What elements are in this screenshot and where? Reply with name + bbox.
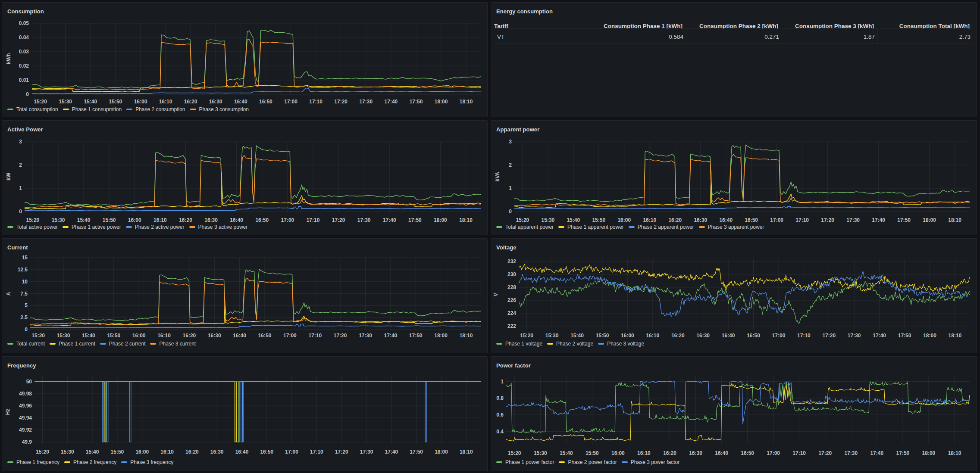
- svg-text:49.98: 49.98: [19, 391, 32, 397]
- svg-text:16:30: 16:30: [204, 217, 218, 223]
- svg-text:17:20: 17:20: [334, 333, 347, 339]
- svg-text:17:40: 17:40: [385, 99, 398, 105]
- svg-text:15:40: 15:40: [82, 333, 95, 339]
- svg-text:16:50: 16:50: [258, 333, 272, 339]
- svg-text:16:00: 16:00: [128, 217, 141, 223]
- svg-text:16:20: 16:20: [179, 217, 192, 223]
- svg-text:15:50: 15:50: [585, 450, 599, 456]
- svg-text:17:40: 17:40: [873, 333, 886, 339]
- svg-text:16:20: 16:20: [183, 333, 196, 339]
- svg-text:17:30: 17:30: [360, 449, 373, 455]
- svg-text:16:10: 16:10: [646, 333, 659, 339]
- svg-text:5: 5: [25, 302, 28, 308]
- svg-text:0.4: 0.4: [496, 429, 504, 435]
- svg-text:228: 228: [507, 284, 516, 290]
- svg-text:16:10: 16:10: [153, 217, 167, 223]
- svg-text:16:10: 16:10: [157, 333, 171, 339]
- svg-text:16:20: 16:20: [185, 449, 199, 455]
- svg-text:17:50: 17:50: [898, 333, 911, 339]
- svg-text:15:40: 15:40: [84, 99, 97, 105]
- svg-text:kVA: kVA: [495, 171, 501, 181]
- svg-text:2: 2: [509, 162, 512, 168]
- svg-text:3: 3: [19, 139, 22, 145]
- svg-text:18:00: 18:00: [922, 450, 936, 456]
- svg-text:16:50: 16:50: [745, 217, 758, 223]
- svg-text:16:50: 16:50: [255, 217, 269, 223]
- svg-text:2: 2: [19, 162, 22, 168]
- svg-text:16:30: 16:30: [209, 99, 222, 105]
- svg-text:3: 3: [509, 139, 512, 145]
- svg-text:226: 226: [507, 297, 516, 303]
- svg-text:16:20: 16:20: [671, 333, 685, 339]
- svg-text:18:00: 18:00: [923, 217, 936, 223]
- svg-text:0: 0: [26, 91, 29, 97]
- svg-text:16:00: 16:00: [135, 449, 149, 455]
- svg-text:16:30: 16:30: [208, 333, 221, 339]
- svg-text:17:50: 17:50: [410, 99, 423, 105]
- svg-text:17:00: 17:00: [281, 217, 294, 223]
- svg-text:17:20: 17:20: [821, 217, 834, 223]
- svg-text:1: 1: [19, 185, 22, 191]
- svg-text:15:40: 15:40: [567, 217, 580, 223]
- svg-text:15:20: 15:20: [36, 449, 49, 455]
- svg-text:18:10: 18:10: [948, 450, 961, 456]
- svg-text:17:30: 17:30: [359, 99, 373, 105]
- svg-text:17:10: 17:10: [797, 333, 811, 339]
- svg-text:16:40: 16:40: [233, 333, 246, 339]
- svg-text:17:20: 17:20: [332, 217, 345, 223]
- svg-text:16:40: 16:40: [722, 333, 735, 339]
- svg-text:17:00: 17:00: [283, 333, 297, 339]
- svg-text:17:10: 17:10: [308, 333, 322, 339]
- svg-text:17:30: 17:30: [359, 333, 372, 339]
- svg-text:15:20: 15:20: [31, 333, 45, 339]
- svg-text:50: 50: [26, 379, 32, 385]
- svg-text:16:50: 16:50: [741, 450, 754, 456]
- svg-text:15:50: 15:50: [103, 217, 116, 223]
- svg-text:17:10: 17:10: [307, 217, 320, 223]
- svg-text:15:40: 15:40: [86, 449, 99, 455]
- svg-text:17:00: 17:00: [284, 99, 297, 105]
- svg-text:16:10: 16:10: [160, 449, 174, 455]
- svg-text:17:00: 17:00: [285, 449, 298, 455]
- svg-text:16:20: 16:20: [668, 217, 682, 223]
- svg-text:1: 1: [509, 185, 512, 191]
- svg-text:17:10: 17:10: [309, 99, 322, 105]
- svg-text:17:50: 17:50: [897, 217, 911, 223]
- svg-text:15:40: 15:40: [570, 333, 584, 339]
- svg-text:1: 1: [501, 379, 504, 385]
- svg-text:16:40: 16:40: [719, 217, 733, 223]
- svg-text:15:40: 15:40: [560, 450, 573, 456]
- svg-text:0: 0: [25, 327, 28, 333]
- svg-text:17:30: 17:30: [848, 333, 861, 339]
- svg-text:16:40: 16:40: [230, 217, 243, 223]
- svg-text:17:40: 17:40: [383, 217, 396, 223]
- svg-text:16:30: 16:30: [696, 333, 710, 339]
- svg-text:16:40: 16:40: [235, 449, 249, 455]
- svg-text:16:00: 16:00: [611, 450, 625, 456]
- svg-text:0: 0: [509, 208, 512, 215]
- svg-text:17:00: 17:00: [770, 217, 783, 223]
- svg-text:17:40: 17:40: [384, 333, 398, 339]
- svg-text:17:50: 17:50: [410, 449, 423, 455]
- svg-text:16:00: 16:00: [617, 217, 631, 223]
- svg-text:18:10: 18:10: [460, 99, 473, 105]
- svg-text:15:50: 15:50: [592, 217, 605, 223]
- svg-text:16:00: 16:00: [621, 333, 634, 339]
- svg-text:17:10: 17:10: [795, 217, 809, 223]
- svg-text:15:20: 15:20: [34, 99, 47, 105]
- svg-text:kW: kW: [6, 172, 12, 180]
- svg-text:15:30: 15:30: [542, 217, 555, 223]
- svg-text:49.96: 49.96: [19, 403, 32, 409]
- svg-text:17:10: 17:10: [792, 450, 806, 456]
- svg-text:16:40: 16:40: [715, 450, 728, 456]
- svg-text:15:20: 15:20: [516, 217, 529, 223]
- svg-text:15:50: 15:50: [111, 449, 124, 455]
- svg-text:17:30: 17:30: [846, 217, 860, 223]
- svg-text:15:30: 15:30: [57, 333, 70, 339]
- svg-text:12.5: 12.5: [18, 267, 28, 273]
- svg-text:16:10: 16:10: [643, 217, 656, 223]
- svg-text:17:40: 17:40: [870, 450, 883, 456]
- svg-text:0.8: 0.8: [496, 395, 504, 401]
- svg-text:17:40: 17:40: [872, 217, 885, 223]
- svg-text:18:10: 18:10: [460, 333, 473, 339]
